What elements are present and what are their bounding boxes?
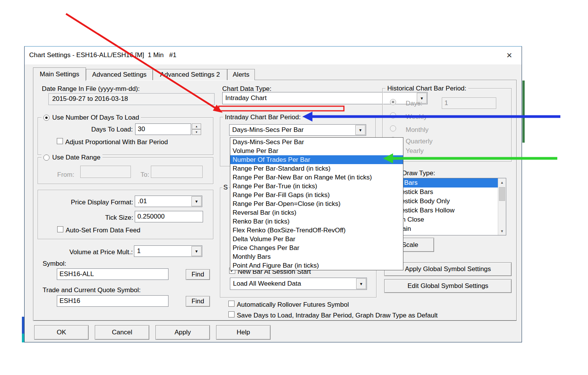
period-option[interactable]: Renko Bar (in ticks): [230, 217, 403, 226]
background-chart-sliver-right: [522, 81, 525, 143]
period-option[interactable]: Monthly Bars: [230, 252, 403, 261]
intraday-period-dropdown-list[interactable]: Days-Mins-Secs Per Bar Volume Per Bar Nu…: [230, 137, 403, 270]
ok-button[interactable]: OK: [34, 325, 89, 340]
period-option[interactable]: Range Per Bar-True (in ticks): [230, 182, 403, 191]
tab-advanced-settings[interactable]: Advanced Settings: [86, 69, 153, 80]
period-option[interactable]: Range Per Bar-Fill Gaps (in ticks): [230, 191, 403, 199]
period-option[interactable]: Days-Mins-Secs Per Bar: [230, 138, 403, 146]
chart-settings-dialog: Chart Settings - ESH16-ALL/ESH16 [M] 1 M…: [24, 46, 522, 342]
title-bar: Chart Settings - ESH16-ALL/ESH16 [M] 1 M…: [25, 47, 522, 64]
period-option[interactable]: Price Changes Per Bar: [230, 243, 403, 252]
use-days-caption: Use Number Of Days To Load: [41, 114, 141, 121]
tab-main-settings[interactable]: Main Settings: [33, 67, 86, 81]
apply-button[interactable]: Apply: [155, 325, 210, 340]
dialog-title: Chart Settings - ESH16-ALL/ESH16 [M] 1 M…: [29, 51, 177, 59]
period-option[interactable]: Delta Volume Per Bar: [230, 235, 403, 243]
session-group-caption: S: [222, 184, 229, 191]
period-option[interactable]: Flex Renko (BoxSize-TrendOff-RevOff): [230, 226, 403, 235]
use-days-radio[interactable]: [43, 115, 50, 121]
tab-alerts[interactable]: Alerts: [227, 69, 255, 80]
period-option[interactable]: Range Per Bar-Standard (in ticks): [230, 164, 403, 173]
period-option[interactable]: Reversal Bar (in ticks): [230, 208, 403, 217]
period-option[interactable]: Range Per Bar-New Bar on Range Met (in t…: [230, 173, 403, 182]
period-option[interactable]: Range Per Bar-Open=Close (in ticks): [230, 199, 403, 208]
use-date-range-label: Use Date Range: [52, 154, 101, 161]
help-button[interactable]: Help: [216, 325, 271, 340]
use-date-range-caption: Use Date Range: [41, 154, 102, 161]
screenshot-canvas: Chart Settings - ESH16-ALL/ESH16 [M] 1 M…: [0, 0, 588, 375]
period-option[interactable]: Point And Figure Bar (in ticks): [230, 261, 403, 270]
period-option-selected[interactable]: Number Of Trades Per Bar: [230, 155, 403, 164]
session-group-label-fragment: S: [223, 184, 228, 191]
close-button[interactable]: ✕: [503, 49, 515, 62]
cancel-button[interactable]: Cancel: [95, 325, 149, 340]
intraday-period-label: Intraday Chart Bar Period:: [225, 113, 301, 121]
historical-period-caption: Historical Chart Bar Period:: [385, 85, 468, 92]
historical-period-label: Historical Chart Bar Period:: [387, 85, 466, 92]
use-days-label: Use Number Of Days To Load: [52, 114, 139, 122]
close-icon: ✕: [506, 51, 512, 59]
period-option[interactable]: Volume Per Bar: [230, 146, 403, 155]
intraday-period-caption: Intraday Chart Bar Period:: [223, 113, 302, 121]
tab-advanced-settings-2[interactable]: Advanced Settings 2: [153, 69, 227, 80]
use-date-range-radio[interactable]: [43, 155, 50, 161]
